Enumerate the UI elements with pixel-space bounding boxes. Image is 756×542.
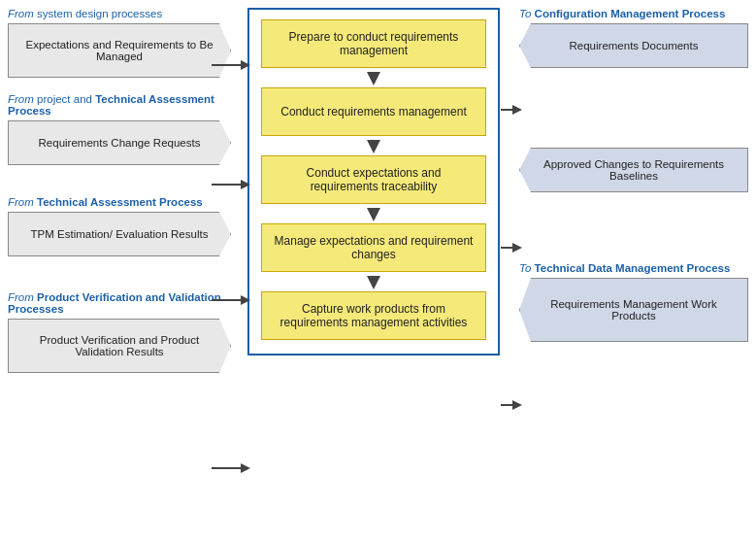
arrow-down-2 bbox=[261, 208, 486, 221]
right-box-2: Requirements Management Work Products bbox=[519, 278, 748, 342]
arrow-left-3 bbox=[212, 461, 250, 475]
right-box-0: Requirements Documents bbox=[519, 23, 748, 68]
right-label-2-bold: Technical Data Management Process bbox=[535, 262, 731, 274]
process-label-0: Prepare to conduct requirements manageme… bbox=[272, 30, 476, 57]
left-label-2: From Technical Assessment Process bbox=[8, 196, 231, 208]
left-box-0-text: Expectations and Requirements to Be Mana… bbox=[18, 39, 220, 62]
process-box-3: Manage expectations and requirement chan… bbox=[261, 223, 486, 272]
svg-marker-5 bbox=[241, 60, 250, 70]
arrow-right-1 bbox=[501, 241, 522, 254]
process-box-4: Capture work products from requirements … bbox=[261, 291, 486, 340]
left-label-3: From Product Verification and Validation… bbox=[8, 291, 231, 315]
left-label-2-bold: Technical Assessment Process bbox=[37, 196, 203, 208]
left-section-0: From system design processes Expectation… bbox=[8, 8, 231, 78]
svg-marker-13 bbox=[512, 105, 522, 115]
svg-marker-3 bbox=[367, 276, 380, 289]
process-box-1: Conduct requirements management bbox=[261, 87, 486, 136]
process-box-2: Conduct expectations and requirements tr… bbox=[261, 155, 486, 204]
left-box-3-text: Product Verification and Product Validat… bbox=[18, 334, 220, 357]
right-section-1: Approved Changes to Requirements Baselin… bbox=[519, 148, 748, 192]
left-label-1-italic: From bbox=[8, 93, 34, 105]
left-section-3: From Product Verification and Validation… bbox=[8, 291, 231, 373]
arrow-right-0 bbox=[501, 103, 522, 117]
left-column: From system design processes Expectation… bbox=[8, 8, 231, 383]
right-box-1-text: Approved Changes to Requirements Baselin… bbox=[530, 158, 738, 182]
svg-marker-2 bbox=[367, 208, 380, 221]
process-label-4: Capture work products from requirements … bbox=[272, 302, 476, 329]
left-label-1: From project and Technical Assessment Pr… bbox=[8, 93, 231, 117]
right-box-2-text: Requirements Management Work Products bbox=[530, 298, 738, 322]
svg-marker-1 bbox=[367, 140, 380, 153]
left-section-1: From project and Technical Assessment Pr… bbox=[8, 93, 231, 165]
left-box-0: Expectations and Requirements to Be Mana… bbox=[8, 23, 231, 78]
left-box-2-text: TPM Estimation/ Evaluation Results bbox=[31, 228, 209, 240]
center-process-box: Prepare to conduct requirements manageme… bbox=[247, 8, 500, 356]
right-box-1: Approved Changes to Requirements Baselin… bbox=[519, 148, 748, 192]
process-box-0: Prepare to conduct requirements manageme… bbox=[261, 19, 486, 68]
process-label-1: Conduct requirements management bbox=[280, 105, 466, 119]
right-box-0-text: Requirements Documents bbox=[570, 40, 699, 51]
svg-marker-0 bbox=[367, 72, 380, 85]
arrow-right-2 bbox=[501, 398, 522, 412]
right-label-2-italic: To bbox=[519, 262, 531, 274]
left-label-2-italic: From bbox=[8, 196, 34, 208]
left-box-1: Requirements Change Requests bbox=[8, 120, 231, 165]
right-label-2: To Technical Data Management Process bbox=[519, 262, 748, 274]
svg-marker-9 bbox=[241, 295, 250, 305]
left-label-0-rest: system design processes bbox=[34, 8, 162, 19]
right-label-0-bold: Configuration Management Process bbox=[535, 8, 726, 19]
right-column: To Configuration Management Process Requ… bbox=[519, 8, 748, 352]
left-label-0: From system design processes bbox=[8, 8, 231, 19]
left-label-1-rest: project and bbox=[34, 93, 95, 105]
diagram: Prepare to conduct requirements manageme… bbox=[0, 0, 756, 542]
left-box-2: TPM Estimation/ Evaluation Results bbox=[8, 212, 231, 256]
svg-marker-17 bbox=[512, 400, 522, 410]
left-label-3-italic: From bbox=[8, 291, 34, 303]
left-box-1-text: Requirements Change Requests bbox=[39, 137, 201, 149]
svg-marker-15 bbox=[512, 243, 522, 253]
svg-marker-11 bbox=[241, 463, 250, 473]
left-label-3-bold: Product Verification and Validation Proc… bbox=[8, 291, 221, 315]
right-section-2: To Technical Data Management Process Req… bbox=[519, 262, 748, 342]
arrow-down-1 bbox=[261, 140, 486, 153]
arrow-down-3 bbox=[261, 276, 486, 289]
left-label-0-italic: From bbox=[8, 8, 34, 19]
process-label-2: Conduct expectations and requirements tr… bbox=[272, 166, 476, 193]
arrow-left-0 bbox=[212, 58, 250, 72]
left-box-3: Product Verification and Product Validat… bbox=[8, 319, 231, 373]
process-label-3: Manage expectations and requirement chan… bbox=[272, 234, 476, 261]
right-section-0: To Configuration Management Process Requ… bbox=[519, 8, 748, 68]
right-label-0: To Configuration Management Process bbox=[519, 8, 748, 19]
arrow-left-1 bbox=[212, 178, 250, 191]
left-section-2: From Technical Assessment Process TPM Es… bbox=[8, 196, 231, 256]
arrow-left-2 bbox=[212, 293, 250, 307]
arrow-down-0 bbox=[261, 72, 486, 85]
right-label-0-italic: To bbox=[519, 8, 531, 19]
svg-marker-7 bbox=[241, 180, 250, 189]
